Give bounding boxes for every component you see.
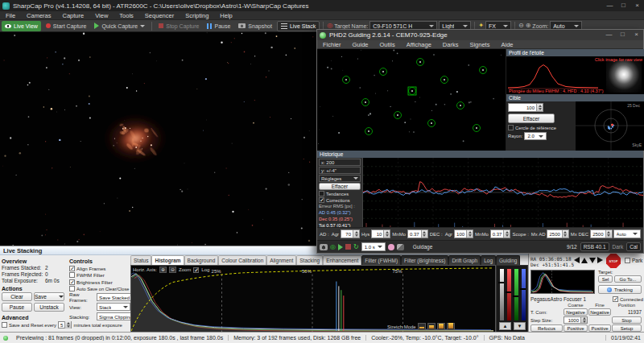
step-size-spinner[interactable]: 1000 (564, 316, 588, 324)
zoom-in-icon[interactable]: ⊕ (526, 23, 531, 29)
tab-filter-fwhm[interactable]: Filter (FWHM) (361, 255, 401, 265)
spinner-arrows-icon[interactable] (605, 230, 612, 238)
red-slider[interactable] (507, 269, 511, 320)
menu-tools[interactable]: Tools (114, 11, 139, 20)
phd2-menu-affichage[interactable]: Affichage (401, 40, 437, 49)
tracking-button[interactable]: Tracking (598, 285, 642, 294)
dec-agr-spinner[interactable]: 100 (454, 229, 473, 238)
menu-sequencer[interactable]: Sequencer (139, 11, 180, 20)
fine-negative-button[interactable]: Negative (588, 308, 611, 316)
log-checkbox[interactable] (193, 267, 199, 273)
menu-file[interactable]: File (0, 11, 21, 20)
guide-start-icon[interactable] (338, 244, 343, 250)
spinner-arrows-icon[interactable] (383, 230, 390, 238)
phd2-menu-outils[interactable]: Outils (374, 40, 401, 49)
minimize-icon[interactable]: — (603, 1, 617, 11)
tab-filter-brightness[interactable]: Filter (Brightness) (401, 255, 448, 265)
guide-stop-icon[interactable] (345, 244, 351, 250)
mx-ra-spinner[interactable]: 2500 (547, 229, 568, 238)
live-view-button[interactable]: Live View (2, 21, 41, 31)
minimize-icon[interactable]: — (602, 30, 616, 40)
zoom-in-icon[interactable]: ⊕ (159, 267, 167, 273)
menu-view[interactable]: View (89, 11, 114, 20)
trends-checkbox[interactable]: Tendances (319, 191, 361, 196)
start-capture-button[interactable]: Start Capture (43, 21, 90, 31)
menu-scripting[interactable]: Scripting (180, 11, 214, 20)
guide-star-thumbnail[interactable] (606, 60, 642, 93)
spinner-arrows-icon[interactable] (64, 321, 71, 329)
stretch-up-button[interactable]: ▲ (499, 322, 511, 330)
slider-handle[interactable] (513, 295, 518, 297)
graph-clear-button[interactable]: Effacer (319, 183, 361, 190)
blue-slider[interactable] (522, 269, 526, 320)
tab-background[interactable]: Background (184, 255, 219, 265)
phd2-menu-signets[interactable]: Signets (464, 40, 495, 49)
stop-capture-button[interactable]: Stop Capture (155, 21, 202, 31)
save-reset-checkbox[interactable] (2, 322, 7, 328)
luminance-slider[interactable] (500, 269, 504, 320)
spinner-arrows-icon[interactable] (580, 317, 587, 323)
refocus-button[interactable]: Refocus (530, 324, 563, 332)
focuser-stop-button[interactable]: Stop (612, 316, 642, 324)
tab-log[interactable]: Log (481, 255, 496, 265)
ra-hys-spinner[interactable]: 10 (371, 229, 390, 238)
spinner-arrows-icon[interactable] (421, 230, 427, 238)
spinner-arrows-icon[interactable] (536, 104, 543, 111)
zoom-out-icon[interactable]: ⊖ (518, 23, 524, 29)
tab-histogram[interactable]: Histogram (151, 255, 184, 265)
phd2-menu-fichier[interactable]: Fichier (317, 40, 347, 49)
slew-up-icon[interactable] (581, 258, 588, 263)
combo-view[interactable]: Stack (97, 303, 130, 311)
dec-mode-combo[interactable]: Auto (613, 229, 641, 238)
stretch-down-button[interactable]: ▼ (514, 322, 526, 330)
pause-button[interactable]: Pause (204, 21, 233, 31)
mount-stop-button[interactable]: STOP (606, 254, 621, 268)
maximize-icon[interactable]: □ (616, 30, 630, 40)
phd2-menu-darks[interactable]: Darks (437, 40, 464, 49)
menu-help[interactable]: Help (214, 11, 237, 20)
connected-checkbox[interactable] (613, 296, 618, 302)
phd2-menu-guide[interactable]: Guide (347, 40, 374, 49)
mx-dec-spinner[interactable]: 2500 (590, 229, 612, 238)
radius-combo[interactable]: 2.0 (524, 132, 547, 140)
close-icon[interactable]: × (630, 30, 643, 40)
slider-handle[interactable] (498, 282, 504, 283)
slew-down-icon[interactable] (589, 258, 596, 263)
phd2-guide-camera-view[interactable] (317, 49, 506, 151)
park-checkbox[interactable] (625, 258, 630, 263)
loop-icon[interactable]: ↻ (353, 244, 359, 250)
tab-guiding[interactable]: Guiding (496, 255, 520, 265)
slew-left-icon[interactable] (574, 257, 580, 263)
tab-enhancement[interactable]: Enhancement (323, 255, 361, 265)
wrench-icon[interactable] (397, 244, 404, 250)
quick-capture-button[interactable]: Quick Capture (91, 21, 148, 31)
spinner-arrows-icon[interactable] (466, 230, 473, 238)
corrections-checkbox[interactable]: Corrections (319, 197, 361, 203)
spinner-arrows-icon[interactable] (503, 230, 510, 238)
reference-circle-checkbox[interactable]: Cercle de référence (508, 125, 574, 130)
coarse-negative-button[interactable]: Negative (564, 308, 588, 316)
action-unstack-button[interactable]: Unstack (34, 303, 64, 312)
exposure-combo[interactable]: 1.0 s (361, 242, 386, 251)
slider-handle[interactable] (506, 291, 511, 293)
coarse-positive-button[interactable]: Positive (564, 324, 588, 332)
goto-button[interactable]: Go To... (614, 275, 642, 283)
snapshot-button[interactable]: Snapshot (235, 21, 275, 31)
fine-positive-button[interactable]: Positive (588, 324, 611, 332)
checkbox-fwhm-filter[interactable]: FWHM Filter (69, 272, 130, 279)
action-clear-button[interactable]: Clear (2, 292, 32, 301)
zoom-out-icon[interactable]: ⊖ (169, 267, 176, 273)
x-scale-box[interactable]: x: 200 (319, 159, 361, 166)
tab-stacking[interactable]: Stacking (296, 255, 323, 265)
slew-right-icon[interactable] (597, 257, 603, 263)
sel-button[interactable]: Sel (598, 275, 613, 283)
spinner-arrows-icon[interactable] (562, 230, 568, 238)
ra-agr-spinner[interactable]: 70 (341, 229, 360, 238)
close-icon[interactable]: × (630, 1, 644, 11)
checkbox-align-frames[interactable]: Align Frames (69, 265, 130, 272)
stretch-mode-button[interactable] (427, 323, 436, 330)
tab-colour-calibration[interactable]: Colour Calibration (218, 255, 266, 265)
action-save-button[interactable]: Save (34, 292, 64, 301)
menu-capture[interactable]: Capture (57, 11, 90, 20)
phd2-menu-aide[interactable]: Aide (495, 40, 518, 49)
